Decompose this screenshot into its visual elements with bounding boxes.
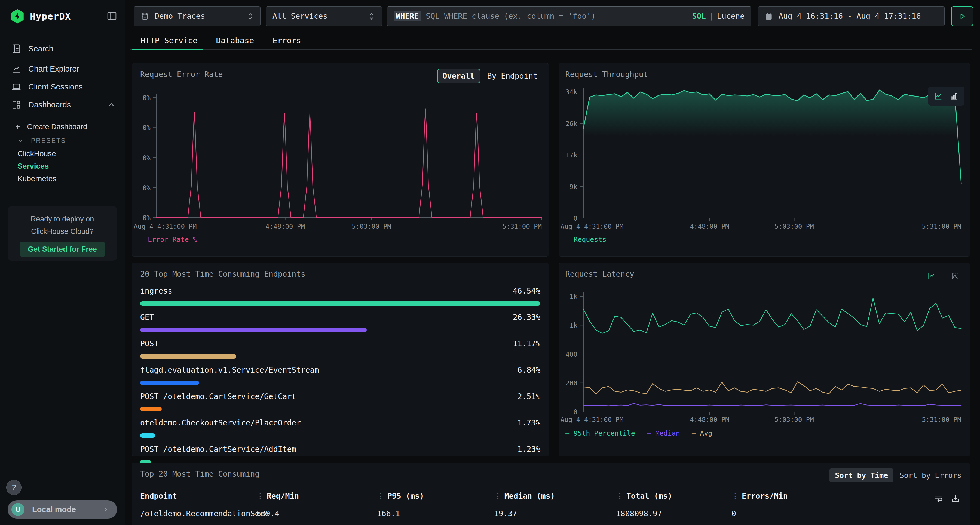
tab-http-service[interactable]: HTTP Service [134, 32, 205, 49]
x-axis-tick-label: 4:48:00 PM [266, 223, 305, 230]
table-row[interactable]: /oteldemo.RecommendationServ639.4166.119… [132, 509, 970, 523]
bar-chart-icon[interactable] [950, 91, 959, 101]
column-header-endpoint[interactable]: Endpoint [140, 492, 177, 501]
table-header-row: Endpoint⋮Req/Min⋮P95 (ms)⋮Median (ms)⋮To… [132, 492, 970, 506]
presets-section-toggle[interactable]: PRESETS [0, 134, 125, 147]
legend-item: — Error Rate % [140, 236, 197, 243]
endpoint-bar [140, 354, 236, 358]
search-input[interactable]: WHERE SQL WHERE clause (ex. column = 'fo… [387, 6, 751, 26]
laptop-icon [10, 81, 22, 93]
y-axis-tick-label: 0 [574, 215, 578, 222]
endpoint-value: 1.23% [517, 445, 540, 454]
endpoint-label: POST [140, 339, 158, 348]
endpoint-row[interactable]: ingress46.54% [140, 286, 540, 306]
tab-errors[interactable]: Errors [266, 32, 308, 49]
panel-title: 20 Top Most Time Consuming Endpoints [140, 270, 305, 279]
panel-request-latency: Request Latency 02004001k1kAug 4 4:31:00… [558, 263, 970, 457]
cell-value: 1808098.97 [616, 509, 662, 518]
column-header-median-ms-[interactable]: ⋮Median (ms) [494, 492, 555, 501]
sql-mode-toggle[interactable]: SQL [692, 12, 706, 21]
layout-grid-icon [10, 99, 22, 111]
column-drag-handle-icon[interactable]: ⋮ [256, 492, 264, 501]
preset-services[interactable]: Services [0, 160, 125, 173]
date-range-picker[interactable]: Aug 4 16:31:16 - Aug 4 17:31:16 [758, 6, 945, 26]
endpoint-value: 1.73% [517, 419, 540, 427]
run-query-button[interactable] [951, 6, 973, 26]
database-icon [140, 12, 149, 21]
sidebar: HyperDX Search Chart Explorer [0, 0, 126, 525]
endpoint-row[interactable]: POST /oteldemo.CartService/AddItem1.23% [140, 445, 540, 464]
x-axis-tick-label: Aug 4 4:31:00 PM [134, 223, 197, 230]
preset-clickhouse[interactable]: ClickHouse [0, 148, 125, 160]
endpoint-row[interactable]: flagd.evaluation.v1.Service/EventStream6… [140, 366, 540, 385]
endpoint-row[interactable]: oteldemo.CheckoutService/PlaceOrder1.73% [140, 419, 540, 438]
help-button[interactable]: ? [6, 480, 22, 495]
cell-value: 19.37 [494, 509, 517, 518]
panel-top-endpoints: 20 Top Most Time Consuming Endpoints ing… [132, 263, 549, 457]
sidebar-item-dashboards[interactable]: Dashboards [0, 96, 125, 114]
chart-line-icon [10, 63, 22, 75]
column-header-label: P95 (ms) [387, 492, 424, 501]
y-axis-tick-label: 0% [143, 214, 151, 222]
data-source-select[interactable]: Demo Traces [134, 6, 261, 26]
date-range-value: Aug 4 16:31:16 - Aug 4 17:31:16 [778, 12, 921, 21]
endpoint-label: POST /oteldemo.CartService/GetCart [140, 392, 296, 401]
latency-chart[interactable]: 02004001k1kAug 4 4:31:00 PM4:48:00 PM5:0… [559, 263, 970, 456]
sidebar-item-client-sessions[interactable]: Client Sessions [0, 78, 125, 96]
y-axis-tick-label: 9k [570, 183, 578, 191]
column-header-errors-min[interactable]: ⋮Errors/Min [732, 492, 788, 501]
chevron-up-icon[interactable] [107, 101, 115, 109]
sort-by-errors-button[interactable]: Sort by Errors [899, 471, 961, 480]
y-axis-tick-label: 400 [566, 351, 578, 358]
sidebar-item-label: Client Sessions [28, 82, 83, 91]
y-axis-tick-label: 0% [143, 184, 151, 192]
user-menu[interactable]: U Local mode [8, 500, 117, 519]
y-axis-tick-label: 17k [566, 152, 578, 159]
tab-rail [130, 49, 972, 50]
line-chart-icon[interactable] [934, 91, 943, 101]
user-mode-label: Local mode [32, 505, 102, 514]
dashboard-content: Request Error Rate Overall By Endpoint 0… [125, 57, 980, 525]
lucene-mode-toggle[interactable]: Lucene [717, 12, 745, 21]
service-select[interactable]: All Services [266, 6, 382, 26]
column-header-label: Errors/Min [742, 492, 788, 501]
column-drag-handle-icon[interactable]: ⋮ [732, 492, 739, 501]
tab-database[interactable]: Database [209, 32, 261, 49]
table-action-icons [934, 493, 960, 503]
panel-endpoints-table: Top 20 Most Time Consuming Sort by Time … [132, 463, 970, 525]
plus-icon: + [15, 122, 20, 132]
download-icon[interactable] [951, 493, 960, 503]
column-drag-handle-icon[interactable]: ⋮ [494, 492, 502, 501]
column-drag-handle-icon[interactable]: ⋮ [616, 492, 624, 501]
sidebar-collapse-icon[interactable] [106, 10, 118, 22]
chart-series-line [583, 382, 961, 395]
where-prefix: WHERE [394, 11, 421, 21]
endpoint-label: ingress [140, 286, 172, 295]
sidebar-item-search[interactable]: Search [0, 40, 125, 58]
column-header-p95-ms-[interactable]: ⋮P95 (ms) [377, 492, 424, 501]
x-axis-tick-label: 5:03:00 PM [775, 416, 814, 423]
chevron-down-icon [17, 137, 24, 144]
column-header-label: Req/Min [267, 492, 299, 501]
panel-request-throughput: Request Throughput 09k17k26k34kAug 4 4:3… [558, 63, 970, 257]
wrap-text-icon[interactable] [934, 493, 943, 503]
preset-kubernetes[interactable]: Kubernetes [0, 173, 125, 185]
endpoint-row[interactable]: POST11.17% [140, 339, 540, 358]
error-rate-chart[interactable]: 0%0%0%0%0%Aug 4 4:31:00 PM4:48:00 PM5:03… [132, 63, 549, 256]
endpoint-row[interactable]: POST /oteldemo.CartService/GetCart2.51% [140, 392, 540, 411]
column-header-req-min[interactable]: ⋮Req/Min [256, 492, 299, 501]
column-drag-handle-icon[interactable]: ⋮ [377, 492, 385, 501]
get-started-button[interactable]: Get Started for Free [20, 241, 105, 257]
x-axis-tick-label: 5:31:00 PM [503, 223, 542, 230]
create-dashboard-button[interactable]: + Create Dashboard [0, 119, 125, 134]
column-header-total-ms-[interactable]: ⋮Total (ms) [616, 492, 672, 501]
x-axis-tick-label: 4:48:00 PM [690, 416, 729, 423]
chart-series-line [156, 109, 542, 217]
sort-by-time-button[interactable]: Sort by Time [829, 468, 893, 482]
endpoint-row[interactable]: GET26.33% [140, 313, 540, 332]
area-fill [583, 90, 961, 218]
y-axis-tick-label: 1k [570, 322, 578, 329]
throughput-chart[interactable]: 09k17k26k34kAug 4 4:31:00 PM4:48:00 PM5:… [559, 63, 970, 256]
hyperdx-logo-icon [10, 9, 25, 24]
sidebar-item-chart-explorer[interactable]: Chart Explorer [0, 60, 125, 78]
